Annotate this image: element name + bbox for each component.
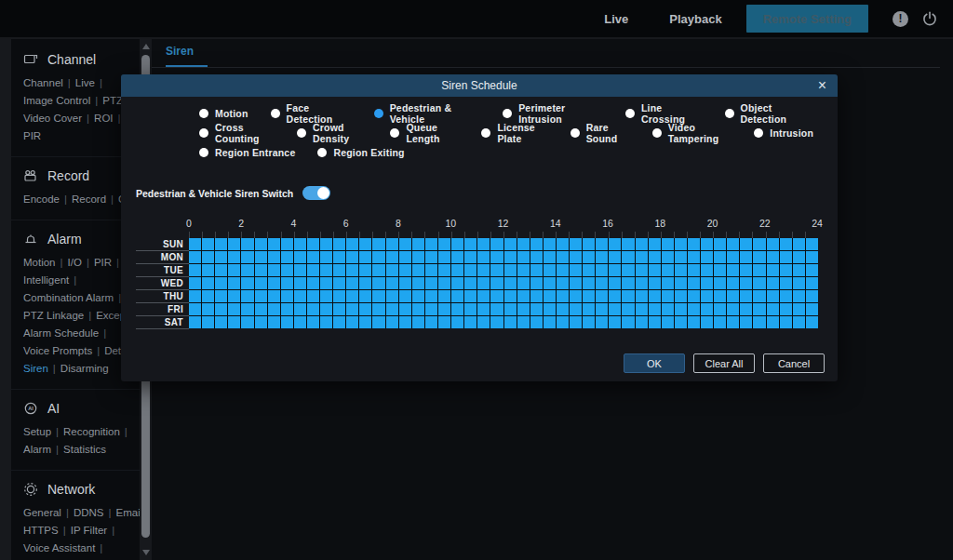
schedule-cell[interactable]: [649, 238, 661, 250]
scroll-up-arrow-icon[interactable]: [140, 41, 152, 52]
schedule-cell[interactable]: [767, 303, 779, 315]
schedule-cell[interactable]: [320, 316, 332, 328]
schedule-cell[interactable]: [241, 303, 253, 315]
schedule-cell[interactable]: [359, 277, 371, 289]
schedule-cell[interactable]: [504, 303, 517, 315]
radio-intrusion[interactable]: Intrusion: [754, 127, 813, 139]
schedule-cell[interactable]: [307, 316, 319, 328]
schedule-cell[interactable]: [215, 303, 227, 315]
schedule-cell[interactable]: [780, 251, 792, 263]
schedule-cell[interactable]: [793, 251, 805, 263]
schedule-cell[interactable]: [557, 303, 569, 315]
schedule-cell[interactable]: [609, 238, 621, 250]
schedule-cell[interactable]: [662, 251, 674, 263]
schedule-cell[interactable]: [425, 303, 437, 315]
schedule-cell[interactable]: [609, 251, 621, 263]
schedule-cell[interactable]: [215, 251, 227, 263]
schedule-cell[interactable]: [740, 277, 752, 289]
schedule-cell[interactable]: [662, 316, 674, 328]
schedule-cell[interactable]: [557, 238, 569, 250]
schedule-cell[interactable]: [386, 303, 398, 315]
schedule-cell[interactable]: [425, 316, 437, 328]
schedule-cell[interactable]: [228, 251, 240, 263]
schedule-cell[interactable]: [359, 251, 371, 263]
schedule-cell[interactable]: [622, 290, 634, 302]
schedule-cell[interactable]: [333, 277, 345, 289]
schedule-cell[interactable]: [281, 316, 293, 328]
schedule-cell[interactable]: [530, 251, 543, 263]
schedule-cell[interactable]: [255, 290, 267, 302]
schedule-cell[interactable]: [386, 277, 398, 289]
schedule-cell[interactable]: [636, 290, 648, 302]
schedule-cell[interactable]: [346, 251, 358, 263]
schedule-cell[interactable]: [294, 251, 306, 263]
schedule-cell[interactable]: [767, 238, 779, 250]
schedule-cell[interactable]: [399, 251, 411, 263]
schedule-cell[interactable]: [504, 238, 517, 250]
schedule-cell[interactable]: [438, 303, 450, 315]
schedule-cell[interactable]: [530, 316, 543, 328]
radio-license-plate[interactable]: License Plate: [481, 122, 547, 144]
sidebar-link-alarm-schedule[interactable]: Alarm Schedule: [23, 327, 99, 339]
schedule-cell[interactable]: [688, 290, 700, 302]
schedule-cell[interactable]: [412, 251, 424, 263]
nav-remote-setting[interactable]: Remote Setting: [746, 5, 868, 33]
schedule-cell[interactable]: [477, 264, 490, 276]
schedule-cell[interactable]: [675, 238, 687, 250]
schedule-cell[interactable]: [359, 264, 371, 276]
schedule-cell[interactable]: [753, 290, 765, 302]
schedule-cell[interactable]: [464, 264, 476, 276]
schedule-cell[interactable]: [281, 238, 293, 250]
schedule-cell[interactable]: [477, 303, 490, 315]
schedule-cell[interactable]: [386, 316, 398, 328]
schedule-cell[interactable]: [596, 238, 608, 250]
schedule-cell[interactable]: [255, 316, 267, 328]
schedule-cell[interactable]: [477, 238, 490, 250]
schedule-cell[interactable]: [386, 251, 398, 263]
siren-switch-toggle[interactable]: [302, 186, 330, 200]
schedule-cell[interactable]: [228, 290, 240, 302]
schedule-cell[interactable]: [386, 238, 398, 250]
sidebar-link-email[interactable]: Email: [116, 507, 140, 518]
schedule-cell[interactable]: [189, 251, 201, 263]
schedule-cell[interactable]: [386, 290, 398, 302]
schedule-cell[interactable]: [438, 264, 450, 276]
schedule-cell[interactable]: [189, 303, 201, 315]
schedule-cell[interactable]: [399, 303, 411, 315]
schedule-cell[interactable]: [780, 303, 792, 315]
schedule-cell[interactable]: [740, 290, 752, 302]
schedule-cell[interactable]: [530, 264, 543, 276]
sidebar-link-recognition[interactable]: Recognition: [63, 426, 120, 437]
schedule-cell[interactable]: [622, 316, 634, 328]
schedule-cell[interactable]: [307, 251, 319, 263]
schedule-cell[interactable]: [570, 238, 582, 250]
schedule-cell[interactable]: [202, 251, 214, 263]
schedule-cell[interactable]: [504, 290, 517, 302]
schedule-cell[interactable]: [675, 303, 687, 315]
schedule-cell[interactable]: [255, 238, 267, 250]
sidebar-link-statistics[interactable]: Statistics: [63, 444, 106, 455]
radio-region-exiting[interactable]: Region Exiting: [317, 147, 404, 158]
schedule-cell[interactable]: [727, 316, 739, 328]
schedule-cell[interactable]: [636, 303, 648, 315]
radio-rare-sound[interactable]: Rare Sound: [570, 122, 630, 144]
schedule-cell[interactable]: [701, 316, 713, 328]
schedule-cell[interactable]: [714, 303, 726, 315]
schedule-cell[interactable]: [228, 264, 240, 276]
schedule-cell[interactable]: [583, 251, 595, 263]
schedule-cell[interactable]: [438, 277, 450, 289]
schedule-cell[interactable]: [557, 264, 569, 276]
schedule-cell[interactable]: [793, 303, 805, 315]
schedule-cell[interactable]: [255, 264, 267, 276]
schedule-cell[interactable]: [490, 290, 503, 302]
nav-live[interactable]: Live: [584, 0, 649, 37]
schedule-cell[interactable]: [372, 277, 384, 289]
schedule-cell[interactable]: [753, 316, 765, 328]
schedule-cell[interactable]: [570, 277, 582, 289]
schedule-cell[interactable]: [268, 264, 280, 276]
schedule-cell[interactable]: [215, 316, 227, 328]
schedule-cell[interactable]: [570, 316, 582, 328]
schedule-cell[interactable]: [753, 264, 765, 276]
schedule-cell[interactable]: [793, 264, 805, 276]
schedule-cell[interactable]: [622, 277, 634, 289]
